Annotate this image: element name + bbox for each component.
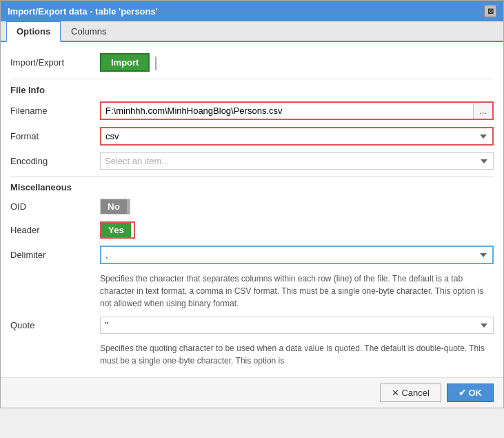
format-label: Format [10, 131, 100, 141]
quote-description: Specifies the quoting character to be us… [100, 342, 494, 367]
format-controls: csv binary text [100, 127, 494, 146]
delimiter-controls: , \t | ; [100, 246, 494, 264]
main-window: Import/Export data - table 'persons' ⊠ O… [0, 0, 504, 408]
header-toggle-group: Yes [100, 221, 135, 239]
tabs-bar: Options Columns [1, 21, 503, 42]
tab-options[interactable]: Options [6, 21, 61, 42]
quote-desc-controls: Specifies the quoting character to be us… [100, 341, 494, 367]
filename-label: Filename [10, 106, 100, 116]
import-export-controls: Import [100, 53, 494, 72]
format-select[interactable]: csv binary text [100, 127, 494, 146]
toggle-indicator-import [155, 57, 158, 70]
divider-1 [10, 79, 494, 79]
quote-row: Quote " ' [10, 313, 494, 337]
header-row: Header Yes [10, 218, 494, 242]
header-label: Header [10, 225, 100, 235]
oid-no-button[interactable]: No [101, 199, 127, 214]
delimiter-desc-row: Specifies the character that separates c… [10, 268, 494, 313]
footer: ✕ Cancel ✔ OK [1, 377, 503, 408]
quote-controls: " ' [100, 317, 494, 334]
scroll-area: Import/Export Import File Info Filename … [1, 42, 503, 377]
oid-controls: No [100, 199, 494, 215]
window-title: Import/Export data - table 'persons' [8, 6, 158, 17]
encoding-select[interactable]: Select an item... [100, 152, 494, 170]
oid-row: OID No [10, 195, 494, 218]
filename-browse-button[interactable]: ... [473, 103, 492, 119]
filename-input[interactable] [101, 103, 473, 119]
filename-input-group: ... [100, 101, 494, 120]
encoding-row: Encoding Select an item... [10, 149, 494, 173]
delimiter-row: Delimiter , \t | ; [10, 242, 494, 268]
oid-label: OID [10, 201, 100, 212]
filename-controls: ... [100, 101, 494, 120]
oid-toggle-indicator [127, 199, 130, 214]
quote-desc-row: Specifies the quoting character to be us… [10, 337, 494, 370]
oid-toggle: No [100, 199, 130, 215]
encoding-label: Encoding [10, 156, 100, 166]
close-icon: ⊠ [487, 7, 494, 16]
miscellaneous-section: Miscellaneous [10, 182, 494, 192]
quote-label: Quote [10, 320, 100, 330]
cancel-button[interactable]: ✕ Cancel [380, 384, 441, 402]
quote-select[interactable]: " ' [100, 317, 494, 334]
content-area: Import/Export Import File Info Filename … [1, 42, 503, 377]
import-export-row: Import/Export Import [10, 49, 494, 76]
divider-2 [10, 176, 494, 177]
import-button[interactable]: Import [100, 53, 150, 72]
title-bar: Import/Export data - table 'persons' ⊠ [1, 1, 503, 21]
encoding-controls: Select an item... [100, 152, 494, 170]
import-export-label: Import/Export [10, 57, 100, 68]
delimiter-select[interactable]: , \t | ; [100, 246, 494, 264]
file-info-section: File Info [10, 85, 494, 95]
header-yes-button[interactable]: Yes [101, 223, 131, 237]
close-button[interactable]: ⊠ [484, 5, 496, 17]
format-row: Format csv binary text [10, 123, 494, 149]
delimiter-desc-controls: Specifies the character that separates c… [100, 271, 494, 310]
filename-row: Filename ... [10, 98, 494, 123]
delimiter-description: Specifies the character that separates c… [100, 272, 494, 310]
tab-columns[interactable]: Columns [61, 21, 117, 42]
ok-button[interactable]: ✔ OK [447, 384, 494, 402]
header-controls: Yes [100, 221, 494, 239]
delimiter-label: Delimiter [10, 250, 100, 260]
